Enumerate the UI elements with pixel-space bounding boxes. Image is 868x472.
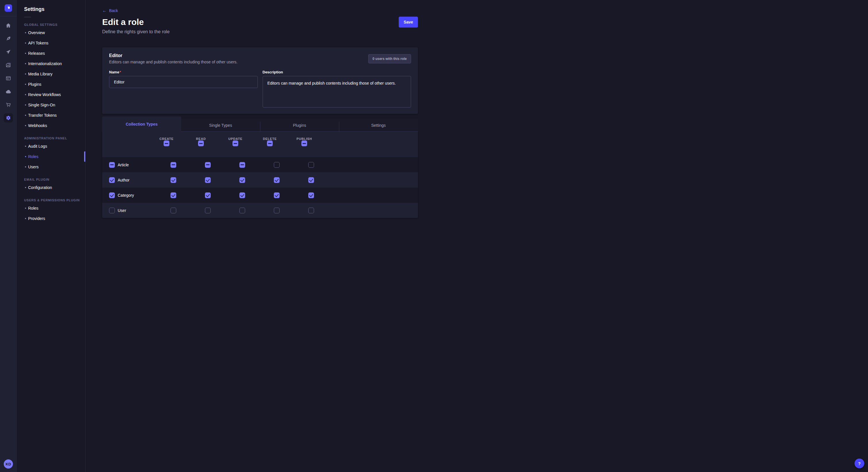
sidebar-item-releases[interactable]: Releases [17, 48, 85, 59]
column-header-delete: DELETE [253, 137, 287, 140]
sidebar-item-label: Webhooks [28, 123, 47, 128]
content-type-label: User [118, 208, 126, 213]
author-publish-checkbox[interactable] [308, 177, 314, 183]
sidebar-item-audit-logs[interactable]: Audit Logs [17, 141, 85, 151]
user-row-checkbox[interactable] [109, 208, 115, 213]
sidebar-item-label: Media Library [28, 72, 53, 76]
sidebar-item-users[interactable]: Users [17, 162, 85, 172]
rail-item-media-library[interactable] [4, 61, 13, 70]
permissions-table: CREATEREADUPDATEDELETEPUBLISH ArticleAut… [102, 132, 418, 218]
rail-item-home[interactable] [4, 21, 13, 30]
sidebar-section-label: ADMINISTRATION PANEL [24, 136, 85, 140]
user-publish-checkbox[interactable] [308, 208, 314, 213]
select-all-delete-checkbox[interactable] [267, 140, 273, 146]
sidebar-item-internationalization[interactable]: Internationalization [17, 59, 85, 69]
sidebar-item-label: Roles [28, 154, 38, 159]
article-create-checkbox[interactable] [170, 162, 176, 168]
user-delete-checkbox[interactable] [274, 208, 280, 213]
select-all-read-checkbox[interactable] [198, 140, 204, 146]
article-row-checkbox[interactable] [109, 162, 115, 168]
rail-item-cloud[interactable] [4, 87, 13, 96]
article-update-checkbox[interactable] [239, 162, 245, 168]
tab-single-types[interactable]: Single Types [181, 119, 260, 132]
sidebar-item-label: Review Workflows [28, 92, 61, 97]
sidebar-item-providers[interactable]: Providers [17, 213, 85, 224]
select-all-update-checkbox[interactable] [232, 140, 238, 146]
category-create-checkbox[interactable] [170, 193, 176, 198]
page-subtitle: Define the rights given to the role [102, 29, 169, 34]
sidebar-item-label: Releases [28, 51, 45, 56]
strapi-logo[interactable] [5, 4, 12, 12]
sidebar-item-label: Overview [28, 30, 45, 35]
content-type-label: Category [118, 193, 134, 198]
rail-item-content-manager[interactable] [4, 74, 13, 83]
settings-icon [5, 115, 11, 121]
tab-plugins[interactable]: Plugins [260, 119, 339, 132]
users-with-role-badge[interactable]: 0 users with this role [368, 54, 411, 63]
sidebar-item-overview[interactable]: Overview [17, 28, 85, 38]
name-input[interactable] [109, 76, 258, 88]
sidebar-item-label: Configuration [28, 185, 52, 190]
sidebar-section-label: GLOBAL SETTINGS [24, 23, 85, 26]
description-textarea[interactable]: Editors can manage and publish contents … [262, 76, 411, 107]
category-delete-checkbox[interactable] [274, 193, 280, 198]
permissions-table-body: ArticleAuthorCategoryUser [102, 157, 418, 218]
rail-item-settings[interactable] [4, 113, 13, 123]
sidebar-item-webhooks[interactable]: Webhooks [17, 121, 85, 131]
author-create-checkbox[interactable] [170, 177, 176, 183]
sidebar-item-label: Audit Logs [28, 144, 47, 148]
sidebar-item-roles[interactable]: Roles [17, 151, 85, 162]
feather-icon [5, 36, 11, 42]
tab-label: Single Types [209, 123, 232, 128]
sidebar-item-label: Roles [28, 206, 38, 210]
tab-settings[interactable]: Settings [339, 119, 418, 132]
user-read-checkbox[interactable] [205, 208, 211, 213]
user-update-checkbox[interactable] [239, 208, 245, 213]
article-publish-checkbox[interactable] [308, 162, 314, 168]
home-icon [5, 23, 11, 28]
permission-row-article: Article [102, 157, 418, 172]
rail-icon-list [4, 21, 13, 123]
required-asterisk: * [119, 70, 121, 74]
category-update-checkbox[interactable] [239, 193, 245, 198]
category-read-checkbox[interactable] [205, 193, 211, 198]
author-row-checkbox[interactable] [109, 177, 115, 183]
sidebar-item-configuration[interactable]: Configuration [17, 182, 85, 193]
permissions-tabbar: Collection TypesSingle TypesPluginsSetti… [102, 116, 418, 132]
sidebar-sections: GLOBAL SETTINGSOverviewAPI TokensRelease… [17, 23, 85, 224]
sidebar-item-api-tokens[interactable]: API Tokens [17, 38, 85, 48]
send-icon [5, 49, 11, 55]
strapi-logo-icon [6, 5, 11, 11]
select-all-create-checkbox[interactable] [164, 140, 169, 146]
author-read-checkbox[interactable] [205, 177, 211, 183]
column-header-read: READ [184, 137, 218, 140]
tab-collection-types[interactable]: Collection Types [102, 116, 181, 132]
sidebar-item-transfer-tokens[interactable]: Transfer Tokens [17, 110, 85, 121]
sidebar-item-single-sign-on[interactable]: Single Sign-On [17, 100, 85, 110]
article-delete-checkbox[interactable] [274, 162, 280, 168]
author-update-checkbox[interactable] [239, 177, 245, 183]
save-button[interactable]: Save [399, 16, 418, 28]
back-link[interactable]: ← Back [102, 8, 118, 13]
rail-item-marketplace[interactable] [4, 100, 13, 109]
sidebar-item-plugins[interactable]: Plugins [17, 79, 85, 90]
rail-item-send[interactable] [4, 47, 13, 57]
name-field-label: Name* [109, 70, 258, 74]
user-create-checkbox[interactable] [170, 208, 176, 213]
sidebar-title: Settings [24, 6, 78, 12]
sidebar-item-label: Plugins [28, 82, 41, 87]
category-publish-checkbox[interactable] [308, 193, 314, 198]
sidebar-item-roles[interactable]: Roles [17, 203, 85, 213]
sidebar-item-media-library[interactable]: Media Library [17, 69, 85, 79]
logo-area [0, 0, 17, 16]
category-row-checkbox[interactable] [109, 193, 115, 198]
select-all-publish-checkbox[interactable] [301, 140, 307, 146]
rail-item-feather[interactable] [4, 34, 13, 43]
content-type-label: Author [118, 178, 129, 182]
article-read-checkbox[interactable] [205, 162, 211, 168]
sidebar-item-review-workflows[interactable]: Review Workflows [17, 90, 85, 100]
author-delete-checkbox[interactable] [274, 177, 280, 183]
permission-row-user: User [102, 203, 418, 218]
permissions-table-header: CREATEREADUPDATEDELETEPUBLISH [102, 132, 418, 157]
back-label: Back [109, 8, 118, 13]
